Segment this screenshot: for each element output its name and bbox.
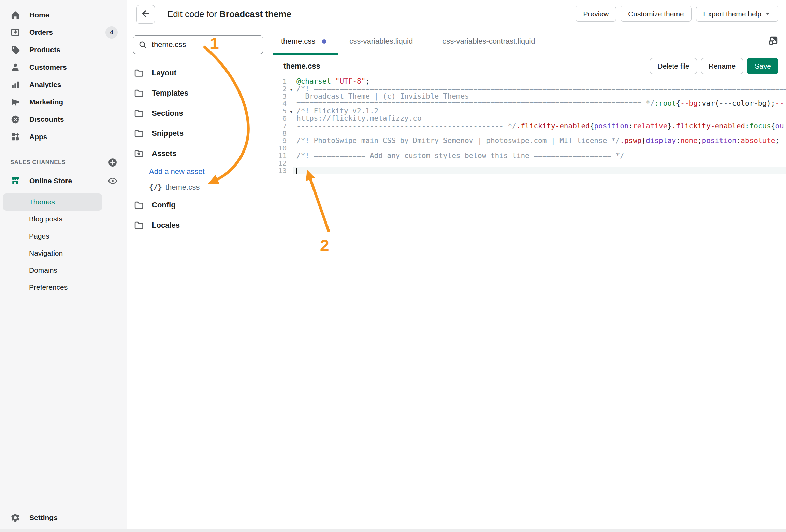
delete-file-button[interactable]: Delete file bbox=[650, 58, 697, 74]
add-new-asset-link[interactable]: Add a new asset bbox=[127, 163, 273, 180]
view-store-eye-icon[interactable] bbox=[107, 176, 118, 186]
sidebar-item-customers[interactable]: Customers bbox=[0, 58, 127, 76]
customize-theme-button[interactable]: Customize theme bbox=[621, 6, 691, 22]
folder-locales[interactable]: Locales bbox=[127, 215, 273, 235]
line-number: 7 bbox=[273, 123, 292, 130]
file-tree: LayoutTemplatesSectionsSnippetsAssetsAdd… bbox=[127, 54, 273, 235]
sidebar-item-analytics[interactable]: Analytics bbox=[0, 76, 127, 93]
apps-icon bbox=[10, 132, 20, 142]
folder-assets[interactable]: Assets bbox=[127, 143, 273, 163]
sidebar-item-navigation[interactable]: Navigation bbox=[0, 245, 127, 262]
orders-icon bbox=[10, 27, 20, 38]
products-icon bbox=[10, 45, 20, 55]
sidebar-nav: HomeOrders4ProductsCustomersAnalyticsMar… bbox=[0, 0, 127, 145]
code-line-4[interactable]: ========================================… bbox=[293, 100, 786, 107]
folder-label: Snippets bbox=[152, 129, 184, 138]
back-button[interactable] bbox=[136, 5, 155, 24]
sidebar-item-label: Products bbox=[29, 46, 60, 54]
folder-label: Assets bbox=[152, 149, 176, 158]
sidebar-item-products[interactable]: Products bbox=[0, 41, 127, 58]
rename-button[interactable]: Rename bbox=[701, 58, 743, 74]
code-line-5[interactable]: /*! Flickity v2.1.2 bbox=[293, 107, 786, 115]
editor-lines[interactable]: @charset "UTF-8";/*! ===================… bbox=[293, 78, 786, 532]
sidebar-item-label: Settings bbox=[29, 514, 58, 522]
code-line-9[interactable]: /*! PhotoSwipe main CSS by Dmitry Semeno… bbox=[293, 137, 786, 145]
code-line-12[interactable] bbox=[293, 160, 786, 167]
tab-css-variables-contrast-liquid[interactable]: css-variables-contrast.liquid bbox=[442, 28, 535, 55]
folder-templates[interactable]: Templates bbox=[127, 83, 273, 103]
sidebar-item-label: Analytics bbox=[29, 81, 61, 89]
sidebar: HomeOrders4ProductsCustomersAnalyticsMar… bbox=[0, 0, 127, 532]
add-sales-channel-icon[interactable] bbox=[107, 157, 118, 168]
sidebar-item-label: Discounts bbox=[29, 115, 64, 124]
editor-file-actions: Delete file Rename Save bbox=[650, 58, 778, 74]
settings-gear-icon bbox=[10, 513, 20, 523]
folder-icon bbox=[133, 200, 144, 211]
line-number: 5▾ bbox=[273, 107, 292, 115]
save-button[interactable]: Save bbox=[747, 58, 778, 74]
code-line-2[interactable]: /*! ====================================… bbox=[293, 85, 786, 93]
sidebar-item-home[interactable]: Home bbox=[0, 6, 127, 24]
folder-snippets[interactable]: Snippets bbox=[127, 123, 273, 143]
tab-css-variables-liquid[interactable]: css-variables.liquid bbox=[349, 28, 413, 55]
code-line-6[interactable]: https://flickity.metafizzy.co bbox=[293, 115, 786, 123]
active-tab-underline bbox=[273, 53, 338, 55]
search-icon bbox=[138, 40, 147, 49]
fold-arrow-icon[interactable]: ▾ bbox=[290, 108, 292, 116]
editor-toolbar: theme.css Delete file Rename Save bbox=[273, 55, 786, 77]
text-cursor bbox=[296, 168, 297, 174]
code-line-8[interactable] bbox=[293, 130, 786, 138]
sidebar-item-label: Home bbox=[29, 11, 49, 19]
customers-icon bbox=[10, 62, 20, 72]
code-line-3[interactable]: Broadcast Theme | (c) Invisible Themes bbox=[293, 93, 786, 100]
code-line-7[interactable]: ----------------------------------------… bbox=[293, 123, 786, 130]
unsaved-changes-dot bbox=[322, 39, 326, 44]
analytics-icon bbox=[10, 80, 20, 90]
code-line-10[interactable] bbox=[293, 145, 786, 152]
line-number: 3 bbox=[273, 93, 292, 100]
sidebar-item-label: Online Store bbox=[29, 177, 72, 185]
line-number: 6 bbox=[273, 115, 292, 123]
folder-config[interactable]: Config bbox=[127, 195, 273, 215]
sidebar-item-label: Orders bbox=[29, 28, 53, 37]
code-line-11[interactable]: /*! ============ Add any custom styles b… bbox=[293, 152, 786, 160]
expert-theme-help-button[interactable]: Expert theme help bbox=[696, 6, 778, 22]
expand-editor-button[interactable] bbox=[766, 33, 781, 49]
header: Edit code for Broadcast theme Preview Cu… bbox=[127, 0, 786, 28]
folder-label: Layout bbox=[152, 69, 176, 77]
sidebar-item-label: Customers bbox=[29, 63, 67, 71]
folder-icon bbox=[133, 108, 144, 119]
sidebar-item-label: Marketing bbox=[29, 98, 63, 106]
sidebar-item-preferences[interactable]: Preferences bbox=[0, 279, 127, 296]
line-number: 10 bbox=[273, 145, 292, 152]
back-arrow-icon bbox=[141, 9, 151, 20]
sidebar-item-blog-posts[interactable]: Blog posts bbox=[0, 211, 127, 228]
sidebar-item-apps[interactable]: Apps bbox=[0, 128, 127, 145]
sidebar-item-online-store[interactable]: Online Store bbox=[0, 172, 127, 189]
folder-sections[interactable]: Sections bbox=[127, 103, 273, 123]
code-line-1[interactable]: @charset "UTF-8"; bbox=[293, 78, 786, 85]
sidebar-item-settings[interactable]: Settings bbox=[0, 509, 127, 526]
line-number: 4 bbox=[273, 100, 292, 107]
sidebar-item-orders[interactable]: Orders4 bbox=[0, 24, 127, 41]
file-theme-css[interactable]: {/}theme.css bbox=[127, 180, 273, 195]
file-label: theme.css bbox=[165, 183, 200, 192]
sidebar-item-pages[interactable]: Pages bbox=[0, 228, 127, 245]
home-icon bbox=[10, 10, 20, 20]
page-title-prefix: Edit code for bbox=[167, 9, 217, 19]
sidebar-item-domains[interactable]: Domains bbox=[0, 262, 127, 279]
fold-arrow-icon[interactable]: ▾ bbox=[290, 86, 292, 94]
folder-icon bbox=[133, 88, 144, 99]
file-search-input[interactable] bbox=[151, 40, 258, 49]
folder-layout[interactable]: Layout bbox=[127, 63, 273, 83]
tab-theme-css[interactable]: theme.css bbox=[273, 28, 326, 55]
file-search-box[interactable] bbox=[133, 35, 263, 54]
editor-file-title: theme.css bbox=[283, 62, 320, 71]
sidebar-item-discounts[interactable]: Discounts bbox=[0, 111, 127, 128]
page-title-theme-name: Broadcast theme bbox=[219, 9, 291, 19]
editor-tabbar: theme.css css-variables.liquid css-varia… bbox=[273, 28, 786, 55]
sidebar-item-themes[interactable]: Themes bbox=[3, 193, 102, 211]
code-line-13[interactable] bbox=[293, 167, 786, 175]
preview-button[interactable]: Preview bbox=[576, 6, 616, 22]
sidebar-item-marketing[interactable]: Marketing bbox=[0, 93, 127, 111]
